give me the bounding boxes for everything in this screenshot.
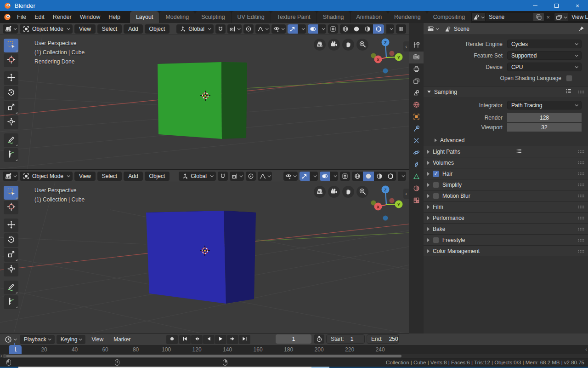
menu-item[interactable]: Window — [76, 11, 104, 23]
xray-toggle[interactable] — [328, 24, 338, 34]
drag-handle-icon[interactable] — [578, 216, 584, 220]
tool-button[interactable] — [4, 148, 18, 162]
timeline-menu[interactable]: Keying — [57, 335, 86, 344]
shading-mode-button[interactable] — [362, 24, 373, 34]
snap-toggle[interactable] — [218, 172, 228, 181]
tool-button[interactable] — [4, 233, 18, 247]
section-advanced[interactable]: Advanced — [424, 135, 588, 146]
tool-button[interactable] — [4, 53, 18, 67]
minimize-button[interactable] — [525, 0, 546, 11]
samples-value-field[interactable]: 32 — [507, 123, 582, 132]
properties-tab[interactable] — [409, 52, 424, 63]
drag-handle-icon[interactable] — [578, 205, 584, 209]
shading-mode-button[interactable] — [374, 172, 385, 181]
menu-item[interactable]: Render — [49, 11, 76, 23]
scene-copy-button[interactable] — [533, 12, 544, 22]
samples-value-field[interactable]: 128 — [507, 113, 582, 122]
shading-dropdown[interactable] — [386, 24, 394, 34]
workspace-tab[interactable]: Modeling — [159, 11, 195, 23]
scene-name-field[interactable]: Scene — [486, 12, 533, 22]
tool-button[interactable] — [4, 86, 18, 100]
shading-mode-button[interactable] — [373, 24, 384, 34]
camera-view-button[interactable] — [328, 39, 340, 51]
auto-keying-button[interactable] — [166, 335, 178, 344]
viewport-menu[interactable]: View — [74, 172, 96, 181]
property-section[interactable]: Simplify — [424, 179, 588, 190]
proportional-toggle[interactable] — [243, 24, 254, 34]
properties-tab[interactable] — [409, 87, 424, 99]
properties-tab[interactable] — [409, 183, 424, 195]
zoom-view-button[interactable] — [356, 186, 368, 198]
menu-item[interactable]: File — [13, 11, 30, 23]
menu-item[interactable]: Edit — [30, 11, 49, 23]
tool-button[interactable] — [4, 263, 18, 276]
shading-mode-button[interactable] — [340, 24, 351, 34]
pause-render-button[interactable] — [396, 24, 406, 34]
property-dropdown[interactable]: Cycles — [507, 40, 582, 48]
tool-button[interactable] — [4, 133, 18, 147]
property-section[interactable]: Motion Blur — [424, 190, 588, 201]
shading-mode-button[interactable] — [351, 24, 362, 34]
falloff-dropdown[interactable] — [255, 24, 270, 34]
property-section[interactable]: Performance — [424, 212, 588, 223]
timeline-scrollbar[interactable]: › — [0, 354, 588, 358]
pan-view-button[interactable] — [342, 186, 354, 198]
current-frame-field[interactable]: 1 — [276, 334, 311, 344]
pan-view-button[interactable] — [342, 39, 354, 51]
snap-target-dropdown[interactable] — [230, 172, 244, 181]
transport-button[interactable] — [239, 335, 250, 344]
frame-end-field[interactable]: End:250 — [367, 334, 399, 344]
workspace-tab[interactable]: Shading — [317, 11, 350, 23]
current-frame-marker[interactable]: 1 — [9, 345, 22, 354]
section-checkbox[interactable] — [433, 171, 439, 177]
viewport-menu[interactable]: Select — [97, 24, 122, 34]
timeline-ruler[interactable]: 20406080100120140160180200220240 1 — [0, 345, 588, 354]
properties-tab[interactable] — [409, 147, 424, 159]
axis-gizmo[interactable]: Z X Y — [368, 37, 407, 75]
property-section[interactable]: Hair — [424, 168, 588, 179]
viewport-bottom-canvas[interactable]: User Perspective (1) Collection | Cube — [0, 182, 409, 333]
viewport-top-canvas[interactable]: User Perspective (1) Collection | Cube R… — [0, 35, 409, 169]
selectability-dropdown[interactable] — [271, 24, 286, 34]
blender-menu-icon[interactable] — [4, 13, 11, 21]
properties-tab[interactable] — [409, 99, 424, 111]
gizmo-dropdown[interactable] — [298, 24, 306, 34]
workspace-tab[interactable]: UV Editing — [232, 11, 271, 23]
properties-tab[interactable] — [409, 123, 424, 135]
frame-start-field[interactable]: Start:1 — [326, 334, 365, 344]
viewport-menu[interactable]: Object — [145, 24, 170, 34]
timeline-collapse-arrow[interactable]: ‹ — [585, 346, 587, 352]
drag-handle-icon[interactable] — [578, 183, 584, 187]
editor-type-button[interactable] — [427, 25, 438, 32]
zoom-view-button[interactable] — [356, 39, 368, 51]
properties-tab[interactable] — [409, 171, 424, 183]
shading-mode-button[interactable] — [385, 172, 396, 181]
tool-button[interactable] — [4, 115, 18, 129]
drag-handle-icon[interactable] — [578, 238, 584, 242]
properties-tab[interactable] — [409, 40, 424, 52]
workspace-tab[interactable]: Rendering — [388, 11, 427, 23]
orthographic-toggle-button[interactable] — [314, 39, 326, 51]
camera-view-button[interactable] — [328, 186, 340, 198]
property-dropdown[interactable]: Supported — [507, 51, 582, 60]
gizmo-dropdown[interactable] — [310, 172, 318, 181]
tool-button[interactable] — [4, 201, 18, 214]
tool-button[interactable] — [4, 248, 18, 262]
transport-button[interactable] — [203, 335, 215, 344]
properties-tab[interactable] — [409, 75, 424, 87]
drag-handle-icon[interactable] — [578, 172, 584, 176]
close-button[interactable]: × — [567, 0, 588, 11]
drag-handle-icon[interactable] — [578, 194, 584, 198]
shading-mode-button[interactable] — [363, 172, 374, 181]
scene-unlink-button[interactable]: × — [544, 14, 552, 21]
drag-handle-icon[interactable] — [578, 150, 584, 154]
property-section[interactable]: Light Paths — [424, 146, 588, 157]
transport-button[interactable] — [227, 335, 238, 344]
editor-type-button[interactable] — [3, 172, 18, 181]
viewport-menu[interactable]: Object — [145, 172, 170, 181]
sidebar-toggle[interactable]: ‹ — [403, 189, 409, 199]
properties-tab[interactable] — [409, 159, 424, 171]
transport-button[interactable] — [215, 335, 226, 344]
section-checkbox[interactable] — [433, 182, 439, 188]
overlays-dropdown[interactable] — [318, 24, 326, 34]
